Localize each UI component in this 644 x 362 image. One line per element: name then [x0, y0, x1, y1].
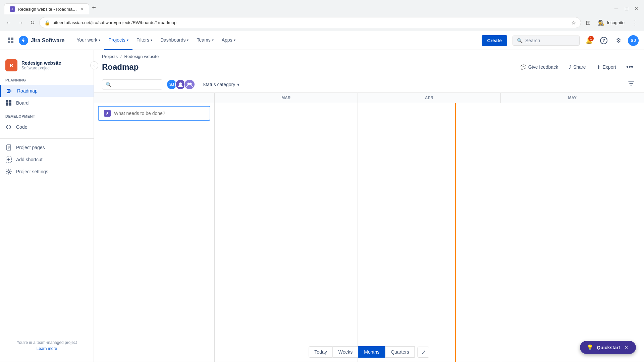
- project-icon: R: [5, 59, 17, 71]
- sidebar-footer: You're in a team-managed project Learn m…: [0, 335, 94, 356]
- sidebar-item-project-pages[interactable]: Project pages: [0, 141, 94, 154]
- search-box[interactable]: 🔍 Search: [513, 36, 580, 46]
- tab-close-btn[interactable]: ×: [81, 6, 84, 12]
- time-controls: Today Weeks Months Quarters ⤢: [301, 342, 437, 362]
- quickstart-widget[interactable]: 💡 Quickstart ×: [580, 341, 636, 354]
- incognito-text: Incognito: [607, 20, 625, 25]
- chevron-icon: ▾: [127, 38, 128, 42]
- svg-point-18: [8, 171, 10, 173]
- svg-point-20: [187, 82, 190, 85]
- nav-dashboards[interactable]: Dashboards ▾: [156, 31, 193, 50]
- today-indicator: [455, 103, 456, 362]
- new-tab-btn[interactable]: +: [89, 3, 99, 13]
- project-type: Software project: [21, 66, 88, 70]
- chevron-icon: ▾: [151, 38, 152, 42]
- settings-icon: [5, 168, 12, 175]
- roadmap-items-list: ★: [94, 103, 215, 362]
- header-actions: 💬 Give feedback ⤴ Share ⬆ Export •••: [517, 62, 636, 72]
- svg-rect-1: [11, 38, 13, 40]
- weeks-btn[interactable]: Weeks: [333, 346, 359, 358]
- feedback-icon: 💬: [521, 64, 526, 70]
- sidebar-item-code[interactable]: Code: [0, 121, 94, 133]
- svg-rect-11: [7, 145, 11, 150]
- breadcrumb-projects[interactable]: Projects: [102, 54, 118, 59]
- minimize-btn[interactable]: ─: [612, 4, 620, 13]
- address-bar[interactable]: 🔒 uifeed.atlassian.net/jira/software/pro…: [39, 17, 581, 28]
- create-button[interactable]: Create: [482, 35, 507, 46]
- export-icon: ⬆: [597, 64, 601, 70]
- page-title: Roadmap: [102, 62, 517, 72]
- project-name: Redesign website: [21, 60, 88, 66]
- settings-btn[interactable]: ⚙: [613, 35, 624, 46]
- nav-projects[interactable]: Projects ▾: [104, 31, 132, 50]
- app-switcher-btn[interactable]: [5, 35, 16, 46]
- roadmap-search-input[interactable]: [114, 82, 154, 87]
- header-more-btn[interactable]: •••: [624, 62, 636, 72]
- nav-your-work[interactable]: Your work ▾: [72, 31, 104, 50]
- roadmap-header-left: [94, 93, 215, 103]
- roadmap-item-input[interactable]: [114, 111, 204, 116]
- back-btn[interactable]: ←: [4, 18, 13, 27]
- forward-btn[interactable]: →: [16, 18, 25, 27]
- sidebar-item-board[interactable]: Board: [0, 97, 94, 109]
- grid-col-apr: [358, 103, 501, 362]
- share-btn[interactable]: ⤴ Share: [566, 62, 589, 72]
- user-avatar[interactable]: SJ: [628, 35, 639, 46]
- user-avatars-filter: SJ: [166, 79, 195, 90]
- quickstart-label: Quickstart: [597, 345, 620, 350]
- tab-title: Redesign website - Roadmap - Ji...: [18, 7, 78, 12]
- svg-rect-5: [8, 90, 11, 92]
- chevron-icon: ▾: [187, 38, 189, 42]
- month-may: MAY: [501, 93, 644, 103]
- breadcrumb-separator: /: [120, 54, 122, 59]
- roadmap-header: MAR APR MAY: [94, 93, 644, 103]
- sidebar-item-project-settings[interactable]: Project settings: [0, 166, 94, 178]
- filter-settings-btn[interactable]: [627, 79, 636, 90]
- extensions-btn[interactable]: ⊞: [584, 18, 593, 28]
- roadmap-input-row[interactable]: ★: [98, 106, 210, 121]
- grid-background: [215, 103, 644, 362]
- breadcrumb-project-name[interactable]: Redesign website: [124, 54, 159, 59]
- bookmark-icon[interactable]: ☆: [571, 19, 576, 26]
- grid-col-may: [501, 103, 644, 362]
- sidebar-development-section: DEVELOPMENT Code: [0, 112, 94, 133]
- app-logo[interactable]: Jira Software: [19, 36, 64, 45]
- sidebar-footer-text: You're in a team-managed project: [5, 340, 88, 345]
- roadmap-search-box[interactable]: 🔍: [102, 79, 162, 89]
- help-btn[interactable]: ?: [598, 35, 609, 46]
- maximize-btn[interactable]: □: [623, 4, 630, 13]
- grid-col-mar: [215, 103, 358, 362]
- today-btn[interactable]: Today: [309, 346, 332, 358]
- sidebar-item-roadmap[interactable]: Roadmap: [0, 85, 94, 97]
- sidebar-item-add-shortcut[interactable]: Add shortcut: [0, 154, 94, 166]
- main-content: Projects / Redesign website Roadmap 💬 Gi…: [94, 50, 644, 362]
- learn-more-link[interactable]: Learn more: [5, 346, 88, 351]
- sidebar-divider: [0, 138, 94, 139]
- svg-rect-8: [9, 100, 11, 103]
- notifications-btn[interactable]: 🔔 1: [584, 35, 594, 46]
- refresh-btn[interactable]: ↻: [28, 18, 37, 27]
- quarters-btn[interactable]: Quarters: [385, 346, 415, 358]
- sidebar-section-label-development: DEVELOPMENT: [0, 112, 94, 121]
- expand-roadmap-btn[interactable]: ⤢: [418, 347, 429, 358]
- top-navigation: Jira Software Your work ▾ Projects ▾ Fil…: [0, 31, 644, 50]
- nav-apps[interactable]: Apps ▾: [218, 31, 239, 50]
- give-feedback-btn[interactable]: 💬 Give feedback: [517, 62, 562, 72]
- avatar-group[interactable]: [184, 79, 195, 90]
- nav-teams[interactable]: Teams ▾: [193, 31, 217, 50]
- browser-menu-btn[interactable]: ⋮: [630, 18, 640, 28]
- chevron-icon: ▾: [99, 38, 100, 42]
- nav-filters[interactable]: Filters ▾: [132, 31, 156, 50]
- breadcrumb: Projects / Redesign website: [94, 50, 644, 59]
- pages-icon: [5, 144, 12, 151]
- active-tab[interactable]: J Redesign website - Roadmap - Ji... ×: [4, 3, 89, 14]
- export-btn[interactable]: ⬆ Export: [593, 62, 620, 72]
- quickstart-close-btn[interactable]: ×: [624, 345, 629, 351]
- sidebar-section-label-planning: PLANNING: [0, 75, 94, 85]
- share-icon: ⤴: [569, 64, 571, 70]
- close-window-btn[interactable]: ×: [633, 4, 640, 13]
- months-btn[interactable]: Months: [358, 346, 385, 358]
- collapse-sidebar-btn[interactable]: ‹: [90, 61, 98, 69]
- roadmap-gantt-area: [215, 103, 644, 362]
- status-category-filter[interactable]: Status category ▾: [199, 80, 243, 89]
